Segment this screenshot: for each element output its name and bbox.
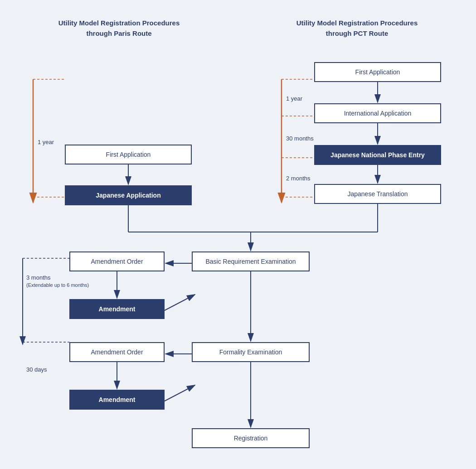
japanese-national-box: Japanese National Phase Entry [314,145,441,165]
svg-line-38 [165,385,195,401]
international-app-box: International Application [314,103,441,123]
svg-text:3 months: 3 months [26,274,51,281]
amendment-2-box: Amendment [69,390,165,410]
svg-line-34 [165,295,195,310]
right-title: Utility Model Registration Procedures th… [238,18,476,39]
registration-box: Registration [192,428,310,448]
amendment-1-box: Amendment [69,299,165,319]
header-section: Utility Model Registration Procedures th… [0,0,476,48]
svg-text:2 months: 2 months [286,175,311,182]
japanese-translation-box: Japanese Translation [314,184,441,204]
japanese-app-box: Japanese Application [65,185,192,205]
svg-text:1 year: 1 year [286,95,303,102]
amendment-order-2-box: Amendment Order [69,342,165,362]
amendment-order-1-box: Amendment Order [69,251,165,271]
svg-text:30 months: 30 months [286,135,314,142]
svg-text:30 days: 30 days [26,366,47,373]
page: Utility Model Registration Procedures th… [0,0,476,469]
formality-exam-box: Formality Examination [192,342,310,362]
left-title: Utility Model Registration Procedures th… [0,18,238,39]
first-app-paris-box: First Application [65,145,192,164]
first-app-pct-box: First Application [314,62,441,82]
basic-req-box: Basic Requirement Examination [192,251,310,271]
svg-text:1 year: 1 year [38,139,54,145]
svg-text:(Extendable up to 6 months): (Extendable up to 6 months) [26,282,89,288]
